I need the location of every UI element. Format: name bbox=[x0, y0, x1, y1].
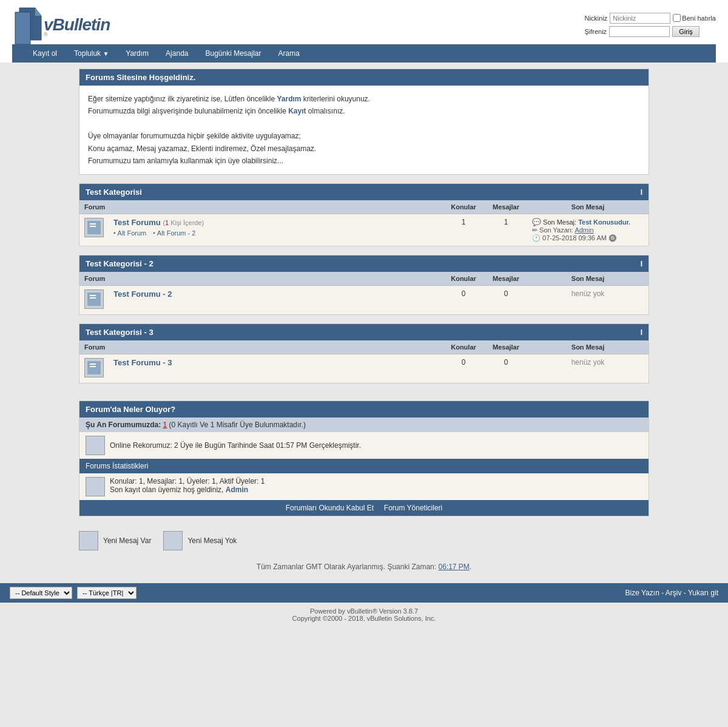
legend-icon-new bbox=[79, 531, 98, 550]
wgo-record: Online Rekorumuz: 2 Üye ile Bugün Tarihi… bbox=[79, 432, 649, 459]
yukari-git-link[interactable]: Yukarı git bbox=[688, 589, 718, 597]
th-forum-2: Forum bbox=[79, 272, 442, 286]
moderators-link[interactable]: Forum Yöneticileri bbox=[384, 504, 442, 512]
forum-table-3: Forum Konular Mesajlar Son Mesaj Test Fo… bbox=[79, 340, 649, 383]
subforum-icon-1: ▪ bbox=[113, 229, 116, 236]
th-sonmesaj-2: Son Mesaj bbox=[527, 272, 649, 286]
online-count-link[interactable]: 1 bbox=[163, 421, 167, 429]
lang-select[interactable]: -- Türkçe |TR| bbox=[77, 587, 136, 599]
wgo-online: Şu An Forumumuzda: 1 (0 Kayıtlı Ve 1 Mis… bbox=[79, 418, 649, 432]
henuz-cell-2: henüz yok bbox=[527, 286, 649, 315]
forum-link-3[interactable]: Test Forumu - 3 bbox=[113, 358, 172, 367]
legend-item-nonew: Yeni Mesaj Yok bbox=[163, 531, 237, 550]
nav-ajanda[interactable]: Ajanda bbox=[157, 44, 197, 63]
kayit-link[interactable]: Kayıt bbox=[288, 107, 306, 115]
wgo-stats: Konular: 1, Mesajlar: 1, Üyeler: 1, Akti… bbox=[79, 473, 649, 500]
last-msg-link[interactable]: Test Konusudur. bbox=[578, 218, 630, 226]
nav-topluluk[interactable]: Topluluk ▼ bbox=[66, 44, 117, 63]
legend-icon-nonew bbox=[163, 531, 183, 550]
welcome-content: Eğer sitemize yaptığınız ilk ziyaretiniz… bbox=[79, 86, 649, 174]
table-row: Test Forumu (1 Kişi İçerde) ▪ Alt Forum bbox=[79, 214, 649, 246]
timezone-link[interactable]: 06:17 PM bbox=[438, 563, 469, 571]
th-mesajlar-2: Mesajlar bbox=[485, 272, 527, 286]
welcome-box: Forums Sitesine Hoşgeldiniz. Eğer sitemi… bbox=[79, 69, 649, 175]
arsiv-link[interactable]: Arşiv bbox=[666, 589, 682, 597]
cat-title-2: Test Kategorisi - 2 I bbox=[79, 255, 649, 272]
navbar: Kayıt ol Topluluk ▼ Yardım Ajanda Bugünk… bbox=[12, 44, 716, 63]
bize-yazin-link[interactable]: Bize Yazın bbox=[625, 589, 659, 597]
style-select[interactable]: -- Default Style bbox=[10, 587, 72, 599]
nav-icon: 🔘 bbox=[608, 234, 617, 242]
login-button[interactable]: Giriş bbox=[672, 26, 699, 37]
clock-icon: 🕐 bbox=[532, 234, 541, 242]
forum-icon-cell bbox=[79, 214, 109, 246]
cat-title-1: Test Kategorisi I bbox=[79, 184, 649, 200]
category-1: Test Kategorisi I Forum Konular Mesajlar… bbox=[79, 183, 649, 246]
forum-table-2: Forum Konular Mesajlar Son Mesaj Test Fo… bbox=[79, 272, 649, 314]
th-sonmesaj-3: Son Mesaj bbox=[527, 340, 649, 354]
nav-bugunki[interactable]: Bugünki Mesajlar bbox=[197, 44, 269, 63]
forum-name-cell: Test Forumu (1 Kişi İçerde) ▪ Alt Forum bbox=[109, 214, 442, 246]
users-in-link[interactable]: 1 bbox=[165, 219, 169, 226]
category-2: Test Kategorisi - 2 I Forum Konular Mesa… bbox=[79, 255, 649, 315]
collapse-icon-3[interactable]: I bbox=[641, 328, 642, 337]
konular-cell-3: 0 bbox=[442, 354, 485, 384]
cat-title-3: Test Kategorisi - 3 I bbox=[79, 324, 649, 340]
nav-kayitol[interactable]: Kayıt ol bbox=[24, 44, 66, 63]
logo-svg: vBulletin ® bbox=[12, 5, 112, 44]
read-all-link[interactable]: Forumları Okundu Kabul Et bbox=[286, 504, 374, 512]
help-link[interactable]: Yardım bbox=[277, 95, 301, 103]
th-forum-3: Forum bbox=[79, 340, 442, 354]
nick-label: Nickiniz bbox=[584, 15, 607, 22]
forum-link-2[interactable]: Test Forumu - 2 bbox=[113, 289, 172, 299]
wgo-title: Forum'da Neler Oluyor? bbox=[79, 401, 649, 418]
nav-arama[interactable]: Arama bbox=[270, 44, 308, 63]
mesajlar-cell-2: 0 bbox=[485, 286, 527, 315]
subforum-link-2[interactable]: Alt Forum - 2 bbox=[157, 229, 196, 237]
login-form: Nickiniz Beni hatırla Şifreniz Giriş bbox=[584, 13, 716, 37]
svg-text:vBulletin: vBulletin bbox=[44, 15, 110, 34]
welcome-title: Forums Sitesine Hoşgeldiniz. bbox=[79, 69, 649, 86]
whats-going-on: Forum'da Neler Oluyor? Şu An Forumumuzda… bbox=[79, 401, 649, 516]
pass-label: Şifreniz bbox=[584, 28, 607, 35]
category-3: Test Kategorisi - 3 I Forum Konular Mesa… bbox=[79, 323, 649, 384]
legend: Yeni Mesaj Var Yeni Mesaj Yok bbox=[79, 525, 649, 556]
remember-label: Beni hatırla bbox=[673, 14, 716, 22]
header: vBulletin ® Nickiniz Beni hatırla Şifren… bbox=[0, 0, 728, 63]
main-content: Forums Sitesine Hoşgeldiniz. Eğer sitemi… bbox=[73, 69, 655, 577]
last-member-link[interactable]: Admin bbox=[226, 485, 248, 494]
konular-cell-1: 1 bbox=[442, 214, 485, 246]
forum-icon-img bbox=[84, 218, 104, 237]
collapse-icon-2[interactable]: I bbox=[641, 260, 642, 268]
forum-icon-img-2 bbox=[84, 289, 104, 309]
mesajlar-cell-3: 0 bbox=[485, 354, 527, 384]
nick-input[interactable] bbox=[610, 13, 670, 24]
remember-checkbox[interactable] bbox=[673, 14, 681, 22]
last-by-link[interactable]: Admin bbox=[575, 226, 593, 234]
th-mesajlar-1: Mesajlar bbox=[485, 200, 527, 214]
last-msg-cell-1: 💬 Son Mesaj: Test Konusudur. ✏ Son Yazan… bbox=[527, 214, 649, 246]
pass-input[interactable] bbox=[609, 26, 670, 37]
footer-selects: -- Default Style -- Türkçe |TR| bbox=[10, 587, 136, 599]
konular-cell-2: 0 bbox=[442, 286, 485, 315]
subforum-link-1[interactable]: Alt Forum bbox=[118, 229, 147, 237]
timezone: Tüm Zamanlar GMT Olarak Ayarlanmış. Şuan… bbox=[79, 556, 649, 577]
svg-marker-2 bbox=[15, 12, 30, 44]
wgo-actions: Forumları Okundu Kabul Et Forum Yönetici… bbox=[79, 500, 649, 516]
footer-bar: -- Default Style -- Türkçe |TR| Bize Yaz… bbox=[0, 583, 728, 603]
speech-icon: 💬 bbox=[532, 218, 541, 226]
nav-yardim[interactable]: Yardım bbox=[117, 44, 157, 63]
wgo-stats-icon bbox=[86, 477, 105, 496]
forum-icon-cell-3 bbox=[79, 354, 109, 384]
th-forum-1: Forum bbox=[79, 200, 442, 214]
forum-name-cell-3: Test Forumu - 3 bbox=[109, 354, 442, 384]
sub-forums: ▪ Alt Forum ▪ Alt Forum - 2 bbox=[113, 229, 437, 237]
table-row: Test Forumu - 2 0 0 henüz yok bbox=[79, 286, 649, 315]
subforum-icon-2: ▪ bbox=[153, 229, 155, 236]
forum-link-1[interactable]: Test Forumu bbox=[113, 218, 161, 227]
th-konular-2: Konular bbox=[442, 272, 485, 286]
forum-icon-img-3 bbox=[84, 358, 104, 377]
topluluk-arrow-icon: ▼ bbox=[103, 50, 109, 57]
collapse-icon-1[interactable]: I bbox=[641, 188, 642, 197]
henuz-cell-3: henüz yok bbox=[527, 354, 649, 384]
